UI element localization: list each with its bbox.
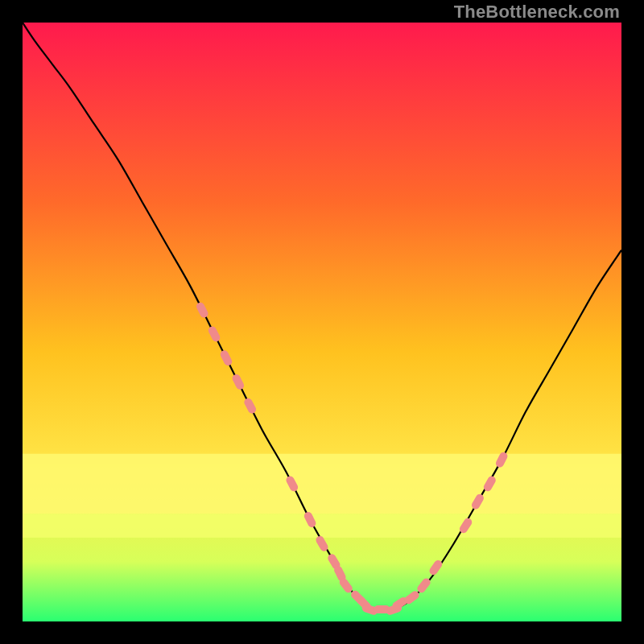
chart-frame — [23, 23, 621, 621]
svg-rect-0 — [23, 454, 621, 514]
chart-plot — [23, 23, 621, 621]
emphasis-bands — [23, 454, 621, 538]
watermark-text: TheBottleneck.com — [454, 2, 620, 23]
svg-rect-1 — [23, 514, 621, 538]
